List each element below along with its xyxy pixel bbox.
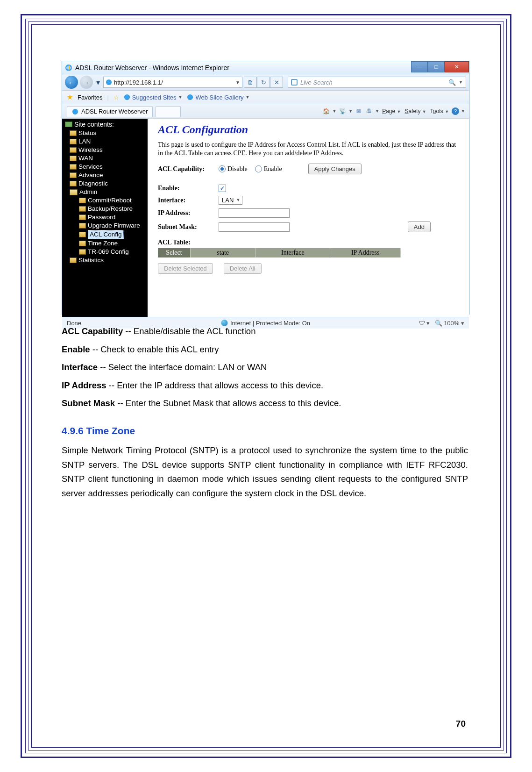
page-number: 70: [456, 719, 466, 729]
window-title: ADSL Router Webserver - Windows Internet…: [75, 64, 229, 71]
page-heading: ACL Configuration: [158, 123, 459, 136]
folder-icon: [70, 181, 77, 186]
new-tab-button[interactable]: [156, 106, 181, 117]
tab-bar: ADSL Router Webserver 🏠▼ 📡▼ ✉ 🖶▼ Page ▼ …: [62, 104, 469, 119]
document-body: ACL Capability -- Enable/disable the ACL…: [62, 324, 468, 504]
ie-icon: [72, 108, 78, 115]
sidebar-item-aclconfig[interactable]: ACL Config: [63, 230, 147, 239]
refresh-button[interactable]: ↻: [257, 77, 270, 88]
ie-icon: [124, 94, 130, 100]
window-titlebar: ADSL Router Webserver - Windows Internet…: [62, 61, 469, 74]
web-slice-link[interactable]: Web Slice Gallery ▼: [187, 94, 249, 101]
folder-icon: [70, 172, 77, 178]
ie-icon: [106, 79, 112, 86]
sidebar-item-status[interactable]: Status: [63, 129, 147, 137]
sidebar-item-password[interactable]: Password: [63, 213, 147, 222]
acl-table-label: ACL Table:: [158, 239, 459, 246]
enable-label: Enable:: [158, 185, 219, 192]
col-interface: Interface: [255, 248, 330, 257]
radio-enable-label: Enable: [264, 165, 282, 173]
help-icon[interactable]: ?: [452, 107, 459, 115]
apply-changes-button[interactable]: Apply Changes: [308, 164, 362, 174]
tab-active[interactable]: ADSL Router Webserver: [67, 106, 153, 117]
folder-icon: [79, 198, 86, 203]
sidebar-item-wireless[interactable]: Wireless: [63, 146, 147, 154]
sidebar-item-backup[interactable]: Backup/Restore: [63, 205, 147, 213]
folder-icon: [79, 206, 86, 212]
sidebar-item-statistics[interactable]: Statistics: [63, 256, 147, 264]
tools-menu[interactable]: Tools ▼: [429, 108, 450, 114]
col-state: state: [190, 248, 255, 257]
favorites-bar: ★ Favorites | ☆ Suggested Sites ▼ Web Sl…: [62, 91, 469, 104]
mail-icon[interactable]: ✉: [355, 107, 363, 115]
home-icon[interactable]: 🏠: [322, 107, 330, 115]
sidebar-item-lan[interactable]: LAN: [63, 137, 147, 146]
svg-point-3: [187, 94, 193, 100]
bing-icon: [291, 79, 298, 86]
folder-icon: [79, 214, 86, 220]
delete-all-button[interactable]: Delete All: [224, 263, 262, 274]
sidebar-item-admin[interactable]: Admin: [63, 188, 147, 196]
folder-icon: [70, 130, 77, 136]
sidebar-item-diagnostic[interactable]: Diagnostic: [63, 179, 147, 188]
sidebar-item-upgrade[interactable]: Upgrade Firmware: [63, 222, 147, 230]
folder-icon: [70, 156, 77, 161]
window-minimize-button[interactable]: —: [411, 61, 428, 72]
interface-select[interactable]: LAN: [219, 196, 242, 205]
sidebar-item-tr069[interactable]: TR-069 Config: [63, 248, 147, 256]
nav-forward-button[interactable]: →: [80, 76, 93, 89]
search-box[interactable]: Live Search 🔍▼: [288, 77, 466, 88]
svg-point-4: [72, 108, 78, 114]
ie-icon: [187, 94, 193, 100]
enable-checkbox[interactable]: ✓: [219, 185, 226, 192]
add-button[interactable]: Add: [408, 222, 431, 232]
radio-enable[interactable]: [255, 165, 262, 172]
compat-view-icon[interactable]: 🗎: [244, 77, 257, 88]
folder-icon: [70, 164, 77, 170]
star-icon: ☆: [113, 94, 119, 101]
folder-open-icon: [70, 189, 78, 195]
screenshot-window: ADSL Router Webserver - Windows Internet…: [62, 61, 469, 315]
sidebar-item-wan[interactable]: WAN: [63, 154, 147, 163]
print-icon[interactable]: 🖶: [365, 107, 373, 115]
nav-back-button[interactable]: ←: [65, 76, 78, 89]
folder-icon: [70, 147, 77, 153]
tab-title: ADSL Router Webserver: [81, 108, 148, 115]
col-select: Select: [158, 248, 190, 257]
acl-capability-label: ACL Capability:: [158, 165, 219, 173]
stop-button[interactable]: ✕: [270, 77, 283, 88]
address-bar[interactable]: http://192.168.1.1/ ▼: [103, 77, 242, 88]
radio-disable[interactable]: [219, 165, 226, 172]
sidebar-item-services[interactable]: Services: [63, 163, 147, 171]
sidebar-item-commit[interactable]: Commit/Reboot: [63, 196, 147, 205]
page-menu[interactable]: Page ▼: [381, 108, 402, 114]
feeds-icon[interactable]: 📡: [338, 107, 347, 115]
subnet-mask-input[interactable]: [219, 222, 290, 232]
section-body: Simple Network Timing Protocol (SNTP) is…: [62, 443, 468, 500]
folder-icon: [79, 241, 86, 246]
window-close-button[interactable]: ✕: [445, 61, 469, 72]
ip-address-input[interactable]: [219, 208, 290, 218]
ip-address-label: IP Address:: [158, 209, 219, 217]
safety-menu[interactable]: Safety ▼: [404, 108, 427, 114]
acl-table: Select state Interface IP Address: [158, 248, 401, 257]
star-icon[interactable]: ★: [67, 93, 73, 101]
sidebar: Site contents: Status LAN Wireless WAN S…: [62, 119, 148, 317]
search-icon[interactable]: 🔍: [448, 79, 456, 86]
svg-point-2: [124, 94, 130, 100]
favorites-label[interactable]: Favorites: [78, 94, 102, 101]
sidebar-item-advance[interactable]: Advance: [63, 171, 147, 179]
section-heading: 4.9.6 Time Zone: [62, 423, 468, 439]
window-maximize-button[interactable]: □: [428, 61, 445, 72]
sidebar-item-timezone[interactable]: Time Zone: [63, 239, 147, 248]
folder-icon: [70, 139, 77, 144]
folder-icon: [79, 223, 86, 229]
nav-history-dropdown[interactable]: ▾: [95, 78, 101, 87]
suggested-sites-link[interactable]: Suggested Sites ▼: [124, 94, 183, 101]
interface-label: Interface:: [158, 197, 219, 204]
chevron-down-icon[interactable]: ▼: [459, 80, 463, 85]
folder-icon: [79, 232, 86, 237]
delete-selected-button[interactable]: Delete Selected: [158, 263, 213, 274]
ie-icon: [65, 64, 72, 71]
chevron-down-icon[interactable]: ▼: [235, 80, 240, 85]
